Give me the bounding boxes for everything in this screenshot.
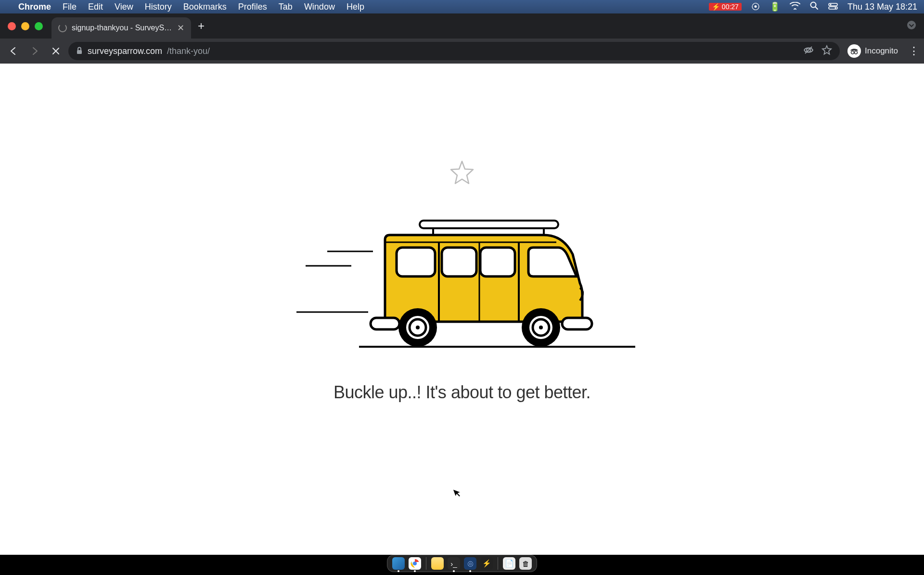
- svg-point-40: [413, 562, 417, 565]
- macos-dock: ›_ ◎ ⚡ 📄 🗑: [387, 555, 537, 572]
- dock-app-1-icon[interactable]: ◎: [464, 557, 476, 570]
- wifi-icon[interactable]: [790, 2, 800, 12]
- url-path: /thank-you/: [167, 46, 210, 56]
- menu-window[interactable]: Window: [304, 2, 335, 12]
- no-tracking-icon[interactable]: [803, 45, 814, 58]
- svg-point-5: [834, 7, 836, 9]
- dock-textedit-icon[interactable]: 📄: [503, 557, 515, 570]
- svg-point-38: [539, 326, 543, 329]
- incognito-icon: [847, 44, 861, 58]
- dock-trash-icon[interactable]: 🗑: [519, 557, 532, 570]
- svg-point-6: [907, 21, 916, 29]
- recording-time: 00:27: [722, 3, 739, 11]
- macos-dock-wrap: ›_ ◎ ⚡ 📄 🗑: [0, 555, 924, 572]
- menu-help[interactable]: Help: [346, 2, 364, 12]
- dock-chrome-icon[interactable]: [409, 557, 421, 570]
- star-icon: [449, 160, 475, 187]
- window-controls: [8, 22, 43, 30]
- svg-rect-25: [480, 248, 515, 276]
- url-host: surveysparrow.com: [88, 46, 162, 56]
- loading-spinner-icon: [58, 24, 67, 32]
- incognito-indicator[interactable]: Incognito: [847, 44, 898, 58]
- svg-rect-29: [371, 318, 399, 329]
- forward-button[interactable]: [26, 42, 43, 60]
- bolt-icon: ⚡: [712, 3, 720, 11]
- menu-edit[interactable]: Edit: [88, 2, 103, 12]
- menubar-left: Chrome File Edit View History Bookmarks …: [7, 2, 364, 12]
- svg-point-4: [830, 4, 831, 5]
- spotlight-icon[interactable]: [810, 1, 819, 13]
- tab-search-icon[interactable]: [907, 20, 916, 32]
- address-bar[interactable]: surveysparrow.com/thank-you/: [68, 42, 840, 60]
- stop-reload-button[interactable]: [47, 42, 64, 60]
- svg-rect-23: [397, 248, 435, 276]
- svg-rect-9: [77, 50, 82, 54]
- chrome-tab-strip: signup-thankyou - SurveySparrow ✕ +: [0, 13, 924, 39]
- svg-point-13: [855, 51, 858, 54]
- svg-rect-30: [562, 318, 592, 329]
- omnibox-actions: [803, 45, 832, 58]
- window-close-button[interactable]: [8, 22, 16, 30]
- menu-tab[interactable]: Tab: [279, 2, 293, 12]
- browser-tab[interactable]: signup-thankyou - SurveySparrow ✕: [51, 17, 191, 39]
- menubar-datetime[interactable]: Thu 13 May 18:21: [847, 2, 917, 12]
- menu-view[interactable]: View: [115, 2, 133, 12]
- page-content: Buckle up..! It's about to get better.: [0, 64, 924, 555]
- svg-point-34: [416, 326, 420, 329]
- window-maximize-button[interactable]: [35, 22, 43, 30]
- menubar-app-name[interactable]: Chrome: [18, 2, 51, 12]
- chrome-toolbar: surveysparrow.com/thank-you/ Incognito ⋮: [0, 39, 924, 64]
- menu-bookmarks[interactable]: Bookmarks: [183, 2, 227, 12]
- menu-profiles[interactable]: Profiles: [238, 2, 267, 12]
- svg-line-1: [815, 7, 818, 9]
- page-message: Buckle up..! It's about to get better.: [334, 382, 590, 403]
- bus-illustration: [289, 216, 635, 357]
- back-button[interactable]: [5, 42, 22, 60]
- tab-close-button[interactable]: ✕: [177, 23, 184, 33]
- chrome-menu-button[interactable]: ⋮: [909, 45, 919, 57]
- window-minimize-button[interactable]: [21, 22, 29, 30]
- dock-notes-icon[interactable]: [431, 557, 444, 570]
- menu-file[interactable]: File: [63, 2, 77, 12]
- tab-title: signup-thankyou - SurveySparrow: [72, 24, 172, 32]
- svg-rect-19: [420, 221, 558, 228]
- dock-terminal-icon[interactable]: ›_: [448, 557, 460, 570]
- menubar-right: ⚡ 00:27 ⦿ 🔋 Thu 13 May 18:21: [709, 1, 917, 13]
- svg-rect-24: [442, 248, 476, 276]
- svg-point-12: [851, 51, 854, 54]
- lock-icon[interactable]: [76, 47, 83, 56]
- incognito-label: Incognito: [865, 46, 898, 56]
- recording-indicator[interactable]: ⚡ 00:27: [709, 3, 742, 11]
- dock-app-2-icon[interactable]: ⚡: [480, 557, 493, 570]
- control-center-icon[interactable]: [828, 2, 838, 12]
- dock-finder-icon[interactable]: [392, 557, 405, 570]
- fan-icon[interactable]: ⦿: [751, 2, 760, 12]
- battery-icon[interactable]: 🔋: [770, 1, 780, 12]
- menu-history[interactable]: History: [145, 2, 172, 12]
- mouse-cursor-icon: [452, 486, 464, 501]
- new-tab-button[interactable]: +: [198, 19, 205, 33]
- bookmark-star-icon[interactable]: [821, 45, 832, 58]
- macos-menubar: Chrome File Edit View History Bookmarks …: [0, 0, 924, 13]
